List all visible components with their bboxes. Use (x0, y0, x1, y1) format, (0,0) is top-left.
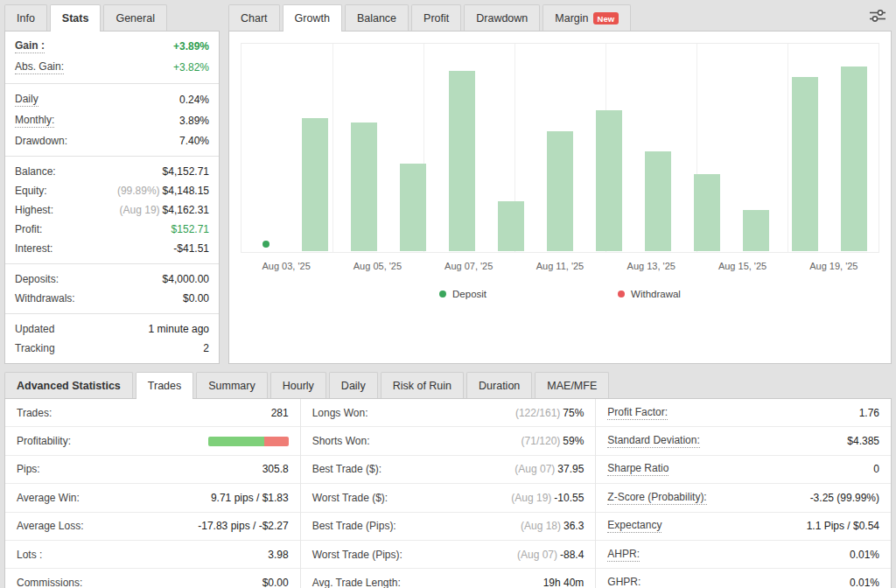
value-text: 19h 40m (543, 577, 584, 588)
avg-trade-length-label: Avg. Trade Length: (312, 577, 401, 588)
lots-label: Lots : (17, 549, 42, 561)
chart-x-axis-labels: Aug 03, '25Aug 05, '25Aug 07, '25Aug 11,… (241, 253, 879, 273)
chart-slot (388, 44, 438, 251)
value-text: 305.8 (262, 463, 289, 475)
tab-daily[interactable]: Daily (329, 372, 378, 398)
chart-bar[interactable] (498, 201, 524, 251)
tab-growth[interactable]: Growth (283, 4, 342, 31)
longs-won-value: (122/161)75% (515, 407, 584, 419)
profit-label: Profit: (15, 223, 42, 235)
daily-row: Daily0.24% (5, 89, 219, 110)
tab-summary[interactable]: Summary (196, 372, 267, 398)
monthly-label[interactable]: Monthly: (15, 114, 54, 128)
chart-bar[interactable] (547, 131, 573, 251)
chart-bar[interactable] (792, 77, 818, 251)
statistics-tabs: Advanced StatisticsTradesSummaryHourlyDa… (4, 372, 892, 398)
standard-deviation-value: $4.385 (847, 435, 879, 447)
shorts-won-value: (71/120)59% (522, 435, 584, 447)
chart-bar[interactable] (400, 164, 426, 251)
chart-slot (242, 44, 290, 251)
tab-label: Daily (341, 380, 366, 392)
stats-panel-body: Gain :+3.89%Abs. Gain:+3.82%Daily0.24%Mo… (4, 31, 220, 364)
worst-trade-row: Worst Trade ($):(Aug 19)-10.55 (301, 484, 596, 512)
tab-hourly[interactable]: Hourly (270, 372, 326, 398)
value-text: 7.40% (179, 135, 209, 147)
chart-bar[interactable] (596, 110, 622, 251)
highest-value: (Aug 19)$4,162.31 (120, 204, 209, 216)
deposits-value: $4,000.00 (163, 273, 209, 285)
best-trade-label: Best Trade ($): (312, 463, 382, 475)
value-text: 0.01% (850, 577, 879, 588)
chart-panel: ChartGrowthBalanceProfitDrawdownMarginNe… (228, 4, 892, 364)
value-prefix: (71/120) (522, 435, 561, 447)
chart-bar[interactable] (841, 66, 867, 251)
gain-label[interactable]: Gain : (15, 39, 45, 53)
best-trade-pips-row: Best Trade (Pips):(Aug 18)36.3 (301, 513, 596, 541)
tracking-row: Tracking2 (5, 339, 219, 358)
daily-label[interactable]: Daily (15, 93, 38, 107)
top-row: InfoStatsGeneral Gain :+3.89%Abs. Gain:+… (4, 4, 892, 364)
x-tick-label: Aug 11, '25 (514, 261, 606, 271)
tab-label: Margin (555, 12, 588, 24)
balance-label: Balance: (15, 165, 56, 178)
tab-stats[interactable]: Stats (50, 4, 102, 31)
abs-gain-label[interactable]: Abs. Gain: (15, 60, 64, 74)
x-tick-label: Aug 03, '25 (241, 261, 332, 271)
withdrawals-row: Withdrawals:$0.00 (5, 289, 219, 308)
value-text: 0.24% (179, 94, 209, 106)
chart-bar[interactable] (302, 118, 328, 251)
tab-trades[interactable]: Trades (136, 372, 193, 398)
growth-bar-chart[interactable] (241, 43, 879, 253)
value-text: 0.01% (850, 549, 879, 561)
tab-advanced-statistics[interactable]: Advanced Statistics (4, 372, 133, 398)
equity-value: (99.89%)$4,148.15 (117, 185, 209, 197)
value-text: 0 (873, 463, 879, 475)
ahpr-label[interactable]: AHPR: (607, 548, 640, 562)
tab-margin[interactable]: MarginNew (542, 4, 631, 31)
equity-row: Equity:(99.89%)$4,148.15 (5, 181, 219, 200)
profitability-red-segment (264, 437, 289, 446)
z-score-probability-label[interactable]: Z-Score (Probability): (607, 491, 706, 505)
trades-value: 281 (271, 407, 289, 419)
chart-bar[interactable] (449, 71, 475, 251)
profit-factor-label[interactable]: Profit Factor: (607, 406, 668, 420)
avg-trade-length-row: Avg. Trade Length:19h 40m (301, 569, 596, 588)
tab-chart[interactable]: Chart (228, 4, 280, 31)
tab-info[interactable]: Info (4, 4, 47, 31)
group-divider (5, 263, 219, 264)
monthly-value: 3.89% (179, 115, 209, 127)
standard-deviation-label[interactable]: Standard Deviation: (607, 434, 699, 448)
interest-value: -$41.51 (173, 242, 209, 255)
deposit-marker-dot[interactable] (262, 241, 270, 248)
commissions-label: Commissions: (17, 577, 82, 588)
tab-label: Advanced Statistics (17, 380, 121, 392)
sharpe-ratio-label[interactable]: Sharpe Ratio (607, 462, 668, 476)
chart-bar[interactable] (645, 151, 671, 251)
gain-value: +3.89% (173, 40, 209, 52)
tab-mae-mfe[interactable]: MAE/MFE (535, 372, 609, 398)
value-prefix: (Aug 18) (521, 520, 561, 532)
average-loss-label: Average Loss: (17, 520, 84, 532)
tab-duration[interactable]: Duration (466, 372, 532, 398)
average-loss-value: -17.83 pips / -$2.27 (198, 520, 288, 532)
legend-item-deposit[interactable]: Deposit (439, 289, 486, 299)
tab-general[interactable]: General (103, 4, 166, 31)
average-win-label: Average Win: (17, 492, 80, 504)
tab-risk-of-ruin[interactable]: Risk of Ruin (381, 372, 464, 398)
expectancy-label[interactable]: Expectancy (607, 519, 662, 533)
value-text: -10.55 (554, 492, 584, 504)
z-score-probability-value: -3.25 (99.99%) (810, 492, 879, 504)
tab-balance[interactable]: Balance (345, 4, 409, 31)
chart-bar[interactable] (694, 174, 720, 251)
tab-profit[interactable]: Profit (411, 4, 461, 31)
standard-deviation-row: Standard Deviation:$4.385 (596, 427, 891, 455)
legend-item-withdrawal[interactable]: Withdrawal (618, 289, 681, 299)
chart-settings-button[interactable] (864, 5, 892, 31)
chart-bar[interactable] (351, 122, 377, 251)
chart-bar[interactable] (743, 210, 769, 251)
tab-drawdown[interactable]: Drawdown (464, 4, 540, 31)
pips-value: 305.8 (262, 463, 289, 475)
gain-row: Gain :+3.89% (5, 36, 219, 57)
ghpr-label[interactable]: GHPR: (607, 576, 640, 588)
value-text: 3.98 (268, 549, 288, 561)
